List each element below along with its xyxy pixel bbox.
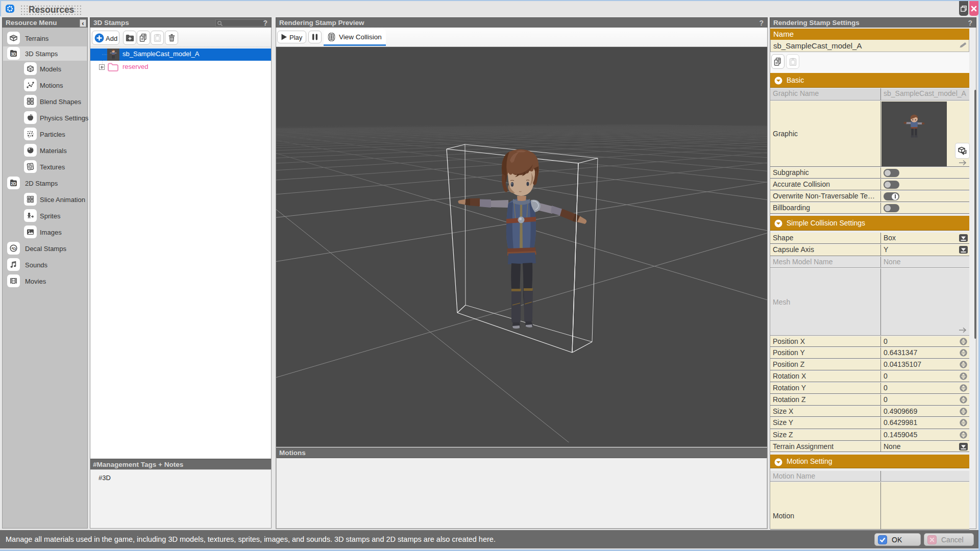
svg-text:3D: 3D xyxy=(11,52,16,57)
svg-text:2D: 2D xyxy=(11,182,16,186)
svg-text:D: D xyxy=(13,246,16,251)
